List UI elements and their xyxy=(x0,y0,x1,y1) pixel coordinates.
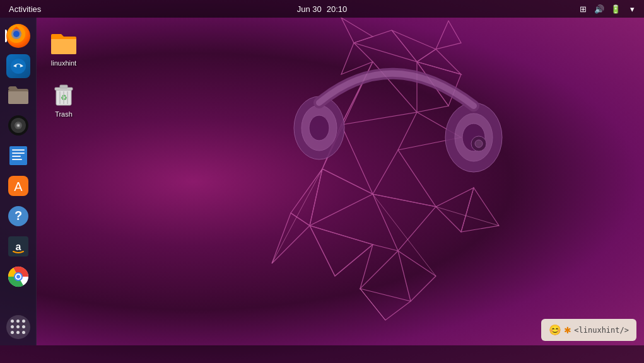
svg-point-47 xyxy=(17,125,19,127)
sidebar-dock: A ? a xyxy=(0,18,37,345)
svg-marker-18 xyxy=(392,30,436,62)
grid-dot xyxy=(11,331,14,334)
svg-text:?: ? xyxy=(14,209,21,222)
desktop-icon-trash[interactable]: ♻ Trash xyxy=(41,76,86,122)
grid-dot xyxy=(22,320,25,323)
watermark-emoji: 😊 xyxy=(549,324,561,336)
sidebar-item-files[interactable] xyxy=(5,83,32,110)
svg-point-38 xyxy=(13,31,20,37)
sidebar-item-help[interactable]: ? xyxy=(5,204,32,231)
svg-rect-51 xyxy=(12,156,21,157)
svg-marker-7 xyxy=(310,226,373,276)
rhythmbox-icon xyxy=(7,114,30,139)
sidebar-item-libreoffice[interactable] xyxy=(5,144,32,170)
svg-rect-65 xyxy=(60,85,67,88)
topbar-left: Activities xyxy=(6,4,44,14)
svg-marker-11 xyxy=(360,289,411,320)
grid-dot xyxy=(22,331,25,334)
desktop-wallpaper-art xyxy=(126,6,644,344)
svg-line-32 xyxy=(373,194,436,276)
topbar: Activities Jun 30 20:10 ⊞ 🔊 🔋 ▾ xyxy=(0,0,644,18)
svg-marker-17 xyxy=(341,43,373,74)
sidebar-item-thunderbird[interactable] xyxy=(5,53,32,79)
svg-line-35 xyxy=(360,289,385,320)
svg-rect-49 xyxy=(12,149,25,151)
svg-marker-10 xyxy=(398,251,436,301)
grid-dot xyxy=(16,325,20,328)
system-menu-icon[interactable]: ▾ xyxy=(626,3,638,14)
svg-text:A: A xyxy=(14,180,23,193)
libreoffice-icon xyxy=(7,144,30,170)
grid-dot xyxy=(11,325,14,328)
app-grid-icon xyxy=(6,315,30,339)
topbar-right: ⊞ 🔊 🔋 ▾ xyxy=(577,3,638,14)
activities-button[interactable]: Activities xyxy=(6,4,44,14)
topbar-date: Jun 30 xyxy=(297,4,322,14)
topbar-center: Jun 30 20:10 xyxy=(297,4,348,14)
grid-dots xyxy=(11,320,26,335)
desktop-icon-linuxhint[interactable]: linuxhint xyxy=(41,25,86,71)
svg-point-26 xyxy=(309,115,329,141)
linuxhint-folder-icon xyxy=(50,29,78,57)
sidebar-item-rhythmbox[interactable] xyxy=(5,113,32,140)
sidebar-item-firefox[interactable] xyxy=(5,23,32,49)
svg-marker-13 xyxy=(272,213,310,263)
files-icon xyxy=(7,84,30,109)
sidebar-item-app-grid[interactable] xyxy=(5,314,32,340)
linuxhint-watermark: 😊 ✱ <linuxhint/> xyxy=(541,319,636,341)
grid-dot xyxy=(11,320,14,323)
svg-marker-23 xyxy=(436,21,461,49)
svg-marker-15 xyxy=(461,188,499,232)
linuxhint-folder-label: linuxhint xyxy=(51,59,76,67)
sidebar-item-amazon[interactable]: a xyxy=(5,234,32,261)
svg-marker-16 xyxy=(354,30,417,62)
svg-rect-52 xyxy=(12,159,22,160)
svg-marker-4 xyxy=(373,150,436,207)
svg-marker-8 xyxy=(360,245,398,289)
amazon-icon: a xyxy=(7,235,30,260)
chrome-icon xyxy=(7,265,30,291)
svg-rect-42 xyxy=(8,91,28,104)
watermark-text: <linuxhint/> xyxy=(574,326,629,335)
topbar-time: 20:10 xyxy=(327,4,348,14)
desktop xyxy=(0,0,644,363)
watermark-asterisk: ✱ xyxy=(564,325,571,335)
svg-text:a: a xyxy=(15,241,21,252)
software-icon: A xyxy=(7,175,30,200)
svg-marker-22 xyxy=(341,18,373,43)
desktop-icons-area: linuxhint ♻ Trash xyxy=(41,25,86,122)
svg-marker-5 xyxy=(310,169,373,226)
grid-dot xyxy=(16,331,20,334)
sidebar-item-software[interactable]: A xyxy=(5,174,32,200)
power-icon[interactable]: 🔋 xyxy=(610,3,621,14)
svg-line-33 xyxy=(272,169,322,263)
svg-marker-6 xyxy=(373,194,436,251)
network-icon[interactable]: ⊞ xyxy=(577,3,588,14)
svg-marker-9 xyxy=(310,226,373,276)
trash-icon: ♻ xyxy=(50,80,78,108)
volume-icon[interactable]: 🔊 xyxy=(594,3,605,14)
firefox-icon xyxy=(6,24,30,48)
svg-point-62 xyxy=(16,275,20,279)
bottombar xyxy=(0,345,644,363)
help-icon: ? xyxy=(7,205,30,230)
svg-point-31 xyxy=(475,140,483,147)
svg-point-40 xyxy=(16,64,20,68)
trash-icon-label: Trash xyxy=(55,110,73,118)
svg-rect-50 xyxy=(12,153,25,154)
grid-dot xyxy=(16,320,20,323)
thunderbird-icon xyxy=(6,54,30,78)
svg-marker-14 xyxy=(436,188,474,232)
sidebar-item-chrome[interactable] xyxy=(5,265,32,291)
grid-dot xyxy=(22,325,25,328)
